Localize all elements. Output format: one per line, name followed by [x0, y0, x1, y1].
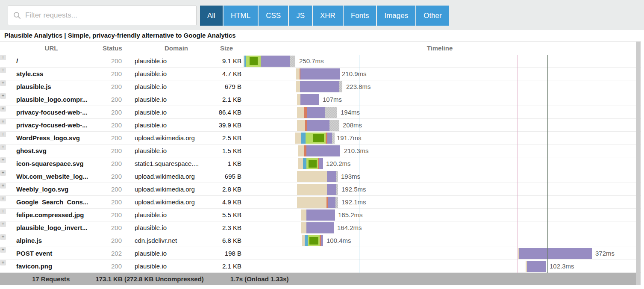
request-url[interactable]: style.css	[16, 68, 102, 80]
filter-requests-input[interactable]	[24, 11, 196, 20]
table-row[interactable]: +alpine.js200cdn.jsdelivr.net6.8 KB100.4…	[0, 234, 641, 247]
expand-icon[interactable]: +	[0, 93, 6, 99]
expand-icon[interactable]: +	[0, 157, 6, 163]
tab-all[interactable]: All	[200, 6, 223, 26]
expand-icon[interactable]: +	[0, 80, 6, 86]
request-duration-label: 191.7ms	[337, 132, 362, 144]
expand-icon[interactable]: +	[0, 209, 6, 214]
timing-segment-wait	[261, 56, 290, 67]
request-url[interactable]: POST event	[16, 247, 102, 260]
expand-icon[interactable]: +	[0, 144, 6, 150]
request-url[interactable]: felipe.compressed.jpg	[16, 209, 102, 221]
request-duration-label: 164.2ms	[337, 221, 362, 234]
request-duration-label: 194ms	[341, 106, 360, 118]
expand-icon[interactable]: +	[0, 106, 6, 112]
expand-icon[interactable]: +	[0, 132, 6, 137]
table-row[interactable]: +favicon.png200plausible.io2.1 KB102.3ms	[0, 260, 641, 273]
request-duration-label: 192.1ms	[341, 196, 366, 208]
request-url[interactable]: Weebly_logo.svg	[16, 183, 102, 195]
request-url[interactable]: /	[16, 55, 102, 67]
request-domain: plausible.io	[135, 247, 218, 260]
expand-icon[interactable]: +	[0, 234, 6, 240]
timing-segment-blocked	[297, 120, 305, 131]
timing-segment-wait	[307, 107, 325, 118]
tab-fonts[interactable]: Fonts	[344, 6, 376, 26]
request-status: 200	[103, 157, 122, 170]
timing-segment-blocked	[296, 68, 300, 80]
request-url[interactable]: favicon.png	[16, 260, 102, 272]
table-row[interactable]: +Wix.com_website_log...200upload.wikimed…	[0, 170, 641, 183]
request-size: 39.9 KB	[212, 119, 241, 131]
timing-segment-send	[304, 107, 307, 118]
vertical-scrollbar[interactable]	[636, 41, 641, 285]
timing-segment-blocked	[297, 107, 304, 118]
total-time: 1.7s (Onload 1.33s)	[230, 275, 289, 283]
table-row[interactable]: +plausible.js200plausible.io679 B223.8ms	[0, 80, 641, 93]
table-row[interactable]: +plausible_logo.compr...200plausible.io2…	[0, 93, 641, 106]
table-row[interactable]: +privacy-focused-web-...200plausible.io3…	[0, 119, 641, 132]
request-url[interactable]: privacy-focused-web-...	[16, 106, 102, 118]
request-size: 5.5 KB	[212, 209, 241, 221]
request-size: 6.8 KB	[212, 234, 241, 247]
table-row[interactable]: +style.css200plausible.io4.7 KB210.9ms	[0, 68, 641, 80]
request-url[interactable]: plausible_logo.compr...	[16, 93, 102, 106]
timing-segment-receive	[329, 120, 339, 131]
expand-icon[interactable]: +	[0, 170, 6, 176]
timing-segment-blocked	[301, 222, 306, 233]
timing-segment-tls_core	[313, 134, 324, 142]
request-url[interactable]: Google_Search_Cons...	[16, 196, 102, 208]
column-header-size[interactable]: Size	[212, 42, 241, 55]
expand-icon[interactable]: +	[0, 221, 6, 227]
timing-segment-wait	[306, 222, 334, 233]
request-size: 679 B	[212, 80, 241, 93]
column-header-url[interactable]: URL	[0, 42, 103, 55]
timing-segment-wait	[300, 68, 340, 80]
expand-icon[interactable]: +	[0, 68, 6, 73]
request-url[interactable]: privacy-focused-web-...	[16, 119, 102, 131]
request-url[interactable]: WordPress_logo.svg	[16, 132, 102, 144]
timing-segment-blocked	[301, 209, 306, 221]
table-row[interactable]: +icon-squarespace.svg200static1.squaresp…	[0, 157, 641, 170]
timing-segment-tls_core	[309, 160, 317, 168]
request-domain: upload.wikimedia.org	[135, 170, 218, 183]
expand-icon[interactable]: +	[0, 247, 6, 253]
table-row[interactable]: +ghost.svg200plausible.io1.5 KB210.3ms	[0, 144, 641, 157]
request-duration-label: 193ms	[341, 170, 360, 183]
column-header-domain[interactable]: Domain	[135, 42, 218, 55]
expand-icon[interactable]: +	[0, 260, 6, 265]
tab-other[interactable]: Other	[416, 6, 449, 26]
table-row[interactable]: +plausible_logo_invert...200plausible.io…	[0, 221, 641, 234]
expand-icon[interactable]: +	[0, 119, 6, 124]
table-row[interactable]: +POST event202plausible.io198 B372ms	[0, 247, 641, 260]
table-row[interactable]: +/200plausible.io9.1 KB250.7ms	[0, 55, 641, 68]
total-requests: 17 Requests	[32, 275, 70, 283]
request-url[interactable]: plausible_logo_invert...	[16, 221, 102, 234]
table-row[interactable]: +privacy-focused-web-...200plausible.io8…	[0, 106, 641, 119]
request-url[interactable]: alpine.js	[16, 234, 102, 247]
tab-xhr[interactable]: XHR	[313, 6, 343, 26]
request-status: 200	[103, 93, 122, 106]
expand-icon[interactable]: +	[0, 55, 6, 60]
request-status: 200	[103, 144, 122, 157]
table-row[interactable]: +Google_Search_Cons...200upload.wikimedi…	[0, 196, 641, 209]
tab-js[interactable]: JS	[289, 6, 312, 26]
table-row[interactable]: +felipe.compressed.jpg200plausible.io5.5…	[0, 209, 641, 221]
request-duration-label: 107ms	[323, 93, 342, 106]
request-type-tabs: AllHTMLCSSJSXHRFontsImagesOther	[200, 6, 449, 26]
request-url[interactable]: ghost.svg	[16, 144, 102, 157]
table-row[interactable]: +Weebly_logo.svg200upload.wikimedia.org2…	[0, 183, 641, 196]
request-url[interactable]: Wix.com_website_log...	[16, 170, 102, 183]
request-url[interactable]: plausible.js	[16, 80, 102, 93]
column-header-status[interactable]: Status	[103, 42, 122, 55]
request-duration-label: 120.2ms	[326, 157, 351, 170]
tab-images[interactable]: Images	[377, 6, 415, 26]
expand-icon[interactable]: +	[0, 196, 6, 201]
request-url[interactable]: icon-squarespace.svg	[16, 157, 102, 170]
tab-html[interactable]: HTML	[223, 6, 258, 26]
request-size: 198 B	[212, 247, 241, 260]
table-row[interactable]: +WordPress_logo.svg200upload.wikimedia.o…	[0, 132, 641, 144]
expand-icon[interactable]: +	[0, 183, 6, 189]
timing-segment-receive	[336, 171, 338, 182]
timing-segment-wait	[327, 184, 336, 195]
tab-css[interactable]: CSS	[259, 6, 288, 26]
